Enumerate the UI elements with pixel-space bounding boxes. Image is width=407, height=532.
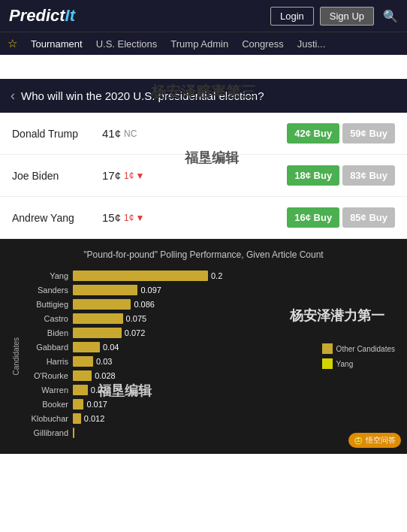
- candidate-name-trump: Donald Trump: [12, 128, 95, 140]
- bar-row-warren: Warren0.022: [25, 385, 315, 395]
- bar-row-yang: Yang0.2: [25, 271, 315, 281]
- bar-label-9: Booker: [25, 400, 68, 409]
- bar-label-4: Biden: [25, 328, 68, 337]
- buy-no-trump[interactable]: 59¢ Buy: [342, 123, 395, 144]
- legend-color-box-1: [322, 358, 333, 369]
- bar-row-booker: Booker0.017: [25, 399, 315, 410]
- price-change-trump: NC: [124, 128, 137, 139]
- chart-body: Candidates Yang0.2Sanders0.097Buttigieg0…: [12, 271, 395, 442]
- candidate-price-trump: 41¢ NC: [102, 127, 170, 140]
- bar-fill-7: [73, 370, 92, 381]
- bar-row-castro: Castro0.075: [25, 313, 315, 324]
- nav-item-justi[interactable]: Justi...: [297, 38, 326, 50]
- bar-label-7: O'Rourke: [25, 371, 68, 380]
- candidate-name-yang: Andrew Yang: [12, 212, 95, 224]
- bar-fill-3: [73, 313, 123, 324]
- bar-label-1: Sanders: [25, 286, 68, 295]
- bar-fill-1: [73, 285, 137, 295]
- bar-value-3: 0.075: [126, 314, 147, 323]
- bar-fill-5: [73, 342, 100, 352]
- bar-track-3: 0.075: [73, 313, 315, 324]
- buy-no-yang[interactable]: 85¢ Buy: [342, 207, 395, 228]
- login-button[interactable]: Login: [270, 7, 314, 26]
- bar-row-gillibrand: Gillibrand: [25, 428, 315, 438]
- question-section: 杨安泽赔率第三 ‹ Who will win the 2020 U.S. pre…: [0, 79, 407, 113]
- legend-item-1: Yang: [322, 358, 395, 369]
- bar-label-6: Harris: [25, 357, 68, 366]
- bar-track-6: 0.03: [73, 356, 315, 367]
- bar-fill-2: [73, 299, 131, 310]
- candidate-row-biden: Joe Biden 17¢ 1¢ ▼ 18¢ Buy 83¢ Buy: [0, 155, 407, 197]
- nav-item-trump[interactable]: Trump Admin: [170, 38, 228, 50]
- bar-value-10: 0.012: [84, 414, 105, 423]
- chart-y-axis-label: Candidates: [12, 337, 20, 376]
- watermark-text: 悟空问答: [366, 435, 396, 446]
- bar-label-11: Gillibrand: [25, 428, 68, 437]
- candidate-name-biden: Joe Biden: [12, 170, 95, 182]
- bar-track-11: [73, 428, 315, 438]
- bar-value-0: 0.2: [211, 271, 222, 280]
- candidates-section: Donald Trump 41¢ NC 42¢ Buy 59¢ Buy Joe …: [0, 113, 407, 239]
- buy-yes-biden[interactable]: 18¢ Buy: [287, 165, 339, 186]
- bar-value-8: 0.022: [91, 385, 112, 394]
- btn-group-yang: 16¢ Buy 85¢ Buy: [287, 207, 395, 228]
- bar-fill-8: [73, 385, 88, 395]
- chart-section: "Pound-for-pound" Polling Performance, G…: [0, 239, 407, 454]
- bar-row-sanders: Sanders0.097: [25, 285, 315, 295]
- back-arrow-icon[interactable]: ‹: [11, 88, 15, 104]
- bar-track-10: 0.012: [73, 413, 315, 424]
- legend-item-0: Other Candidates: [322, 343, 395, 354]
- nav-bar: ☆ Tournament U.S. Elections Trump Admin …: [0, 32, 407, 55]
- bar-label-2: Buttigieg: [25, 300, 68, 309]
- price-change-yang: 1¢ ▼: [124, 213, 144, 223]
- bar-fill-0: [73, 271, 208, 281]
- buy-yes-yang[interactable]: 16¢ Buy: [287, 207, 339, 228]
- app-header: PredictIt Login Sign Up 🔍: [0, 0, 407, 32]
- nav-item-congress[interactable]: Congress: [242, 38, 284, 50]
- candidate-row-yang: Andrew Yang 15¢ 1¢ ▼ 16¢ Buy 85¢ Buy: [0, 197, 407, 239]
- bar-fill-9: [73, 399, 83, 410]
- bar-row-biden: Biden0.072: [25, 328, 315, 338]
- nav-item-tournament[interactable]: Tournament: [31, 38, 83, 50]
- bar-label-0: Yang: [25, 271, 68, 280]
- logo-it: It: [65, 6, 75, 25]
- bar-row-buttigieg: Buttigieg0.086: [25, 299, 315, 310]
- legend-label-1: Yang: [336, 360, 354, 368]
- nav-item-elections[interactable]: U.S. Elections: [96, 38, 158, 50]
- bar-track-1: 0.097: [73, 285, 315, 295]
- buy-no-biden[interactable]: 83¢ Buy: [342, 165, 395, 186]
- buy-yes-trump[interactable]: 42¢ Buy: [287, 123, 339, 144]
- overlay-text-yang-rank: 杨安泽赔率第三: [151, 82, 256, 102]
- bar-label-3: Castro: [25, 314, 68, 323]
- bar-fill-10: [73, 413, 81, 424]
- logo-predict: Predict: [9, 6, 65, 25]
- bar-value-7: 0.028: [95, 371, 116, 380]
- bar-track-7: 0.028: [73, 370, 315, 381]
- bar-fill-6: [73, 356, 93, 367]
- bar-value-6: 0.03: [96, 357, 112, 366]
- chart-bars: Yang0.2Sanders0.097Buttigieg0.086Castro0…: [25, 271, 315, 442]
- bar-label-10: Klobuchar: [25, 414, 68, 423]
- bar-track-9: 0.017: [73, 399, 315, 410]
- bar-track-5: 0.04: [73, 342, 315, 352]
- btn-group-biden: 18¢ Buy 83¢ Buy: [287, 165, 395, 186]
- legend-color-box-0: [322, 343, 333, 354]
- legend-label-0: Other Candidates: [336, 345, 395, 353]
- bar-value-9: 0.017: [86, 400, 107, 409]
- bar-row-klobuchar: Klobuchar0.012: [25, 413, 315, 424]
- bar-fill-11: [73, 428, 74, 438]
- bar-value-4: 0.072: [125, 328, 146, 337]
- search-icon[interactable]: 🔍: [383, 9, 398, 23]
- nav-star-icon: ☆: [8, 37, 17, 50]
- bar-label-5: Gabbard: [25, 343, 68, 352]
- candidate-price-yang: 15¢ 1¢ ▼: [102, 211, 170, 224]
- bar-row-harris: Harris0.03: [25, 356, 315, 367]
- signup-button[interactable]: Sign Up: [320, 7, 374, 26]
- bar-value-1: 0.097: [140, 286, 161, 295]
- bar-track-2: 0.086: [73, 299, 315, 310]
- bar-value-2: 0.086: [134, 300, 155, 309]
- candidate-row-trump: Donald Trump 41¢ NC 42¢ Buy 59¢ Buy: [0, 113, 407, 155]
- app-logo: PredictIt: [9, 6, 75, 26]
- bar-value-5: 0.04: [103, 343, 119, 352]
- chart-title: "Pound-for-pound" Polling Performance, G…: [12, 249, 395, 260]
